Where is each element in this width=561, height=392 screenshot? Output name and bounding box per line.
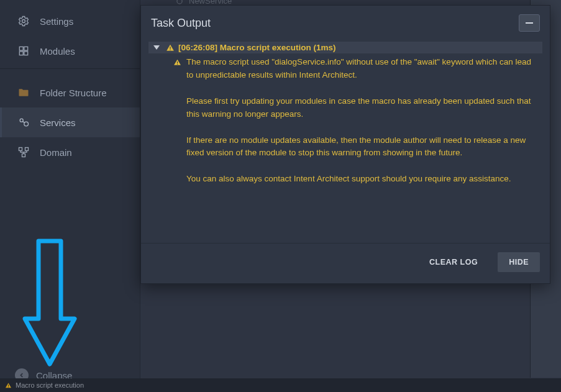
svg-rect-16 xyxy=(8,386,9,387)
svg-rect-2 xyxy=(24,47,28,50)
minimize-icon xyxy=(526,22,533,24)
svg-rect-1 xyxy=(19,47,23,50)
hide-button[interactable]: HIDE xyxy=(498,252,540,272)
status-text: Macro script execution xyxy=(16,381,84,389)
gear-icon xyxy=(17,15,30,27)
svg-rect-11 xyxy=(170,47,170,49)
domain-icon xyxy=(17,146,30,158)
sidebar: Settings Modules Folder Structure xyxy=(0,0,140,392)
warning-icon xyxy=(166,43,175,52)
log-entry-title: [06:26:08] Macro script execution (1ms) xyxy=(178,43,336,52)
log-entry-header[interactable]: [06:26:08] Macro script execution (1ms) xyxy=(148,42,542,53)
services-icon xyxy=(17,116,30,129)
task-output-dialog: Task Output [06:26:08] Macro script exec… xyxy=(140,5,550,284)
svg-rect-4 xyxy=(24,52,28,55)
sidebar-item-settings[interactable]: Settings xyxy=(0,6,140,36)
warning-icon xyxy=(5,382,12,389)
divider xyxy=(0,68,140,69)
svg-rect-15 xyxy=(8,385,9,386)
minimize-button[interactable] xyxy=(519,14,540,32)
log-entry-message: The macro script used "dialogService.inf… xyxy=(148,53,542,186)
sidebar-item-label: Folder Structure xyxy=(40,88,107,98)
sidebar-item-label: Modules xyxy=(40,46,75,57)
dialog-title: Task Output xyxy=(151,17,211,30)
svg-rect-3 xyxy=(19,52,23,55)
svg-rect-12 xyxy=(170,49,170,50)
log-entry-text: The macro script used "dialogService.inf… xyxy=(186,56,539,186)
svg-rect-8 xyxy=(25,148,29,151)
warning-icon xyxy=(173,58,181,66)
svg-rect-13 xyxy=(177,62,178,63)
clear-log-button[interactable]: CLEAR LOG xyxy=(418,252,489,272)
svg-point-10 xyxy=(177,0,182,4)
svg-rect-9 xyxy=(22,154,25,157)
folder-icon xyxy=(17,86,30,99)
sidebar-item-label: Settings xyxy=(40,16,73,27)
svg-point-0 xyxy=(22,20,25,23)
dialog-footer: CLEAR LOG HIDE xyxy=(141,243,550,283)
dialog-body: [06:26:08] Macro script execution (1ms) … xyxy=(141,38,550,243)
expand-toggle-icon[interactable] xyxy=(153,45,160,50)
status-bar[interactable]: Macro script execution xyxy=(0,378,561,392)
sidebar-item-folder-structure[interactable]: Folder Structure xyxy=(0,78,140,107)
sidebar-item-label: Services xyxy=(40,117,76,128)
sidebar-item-domain[interactable]: Domain xyxy=(0,137,140,167)
sidebar-item-label: Domain xyxy=(40,147,72,158)
sidebar-item-services[interactable]: Services xyxy=(0,107,140,137)
modules-icon xyxy=(17,45,30,57)
svg-rect-7 xyxy=(19,148,22,151)
dialog-titlebar: Task Output xyxy=(141,6,550,38)
sidebar-item-modules[interactable]: Modules xyxy=(0,36,140,66)
svg-rect-14 xyxy=(177,64,178,65)
